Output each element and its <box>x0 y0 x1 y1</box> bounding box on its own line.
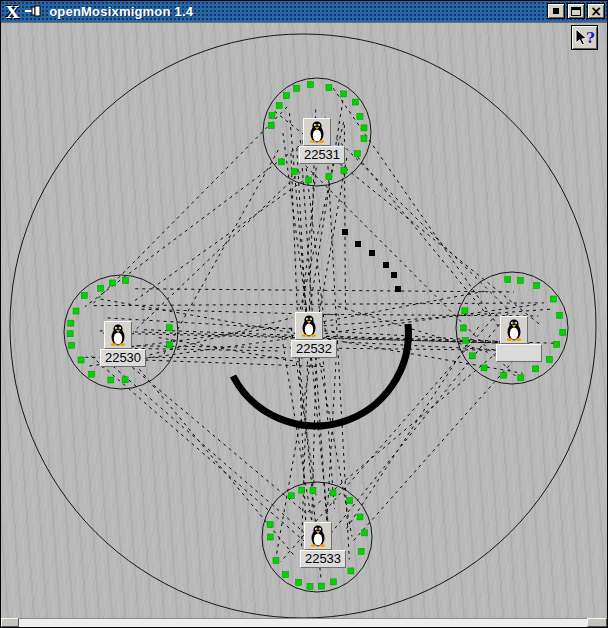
process-dot[interactable] <box>122 377 128 383</box>
process-dot[interactable] <box>501 372 507 378</box>
process-dot[interactable] <box>560 329 566 335</box>
tux-icon <box>308 525 328 547</box>
titlebar[interactable]: X openMosixmigmon 1.4 × <box>1 1 607 22</box>
node-22530-icon[interactable] <box>104 321 132 349</box>
process-dot[interactable] <box>533 366 539 372</box>
close-button[interactable]: × <box>587 3 605 19</box>
node-22531-label[interactable]: 22531 <box>299 146 345 164</box>
process-dot[interactable] <box>81 292 87 298</box>
process-dot[interactable] <box>282 572 288 578</box>
process-dot[interactable] <box>88 371 94 377</box>
process-dot[interactable] <box>273 558 279 564</box>
process-dot[interactable] <box>341 167 347 173</box>
connection-line <box>336 138 509 310</box>
process-dot[interactable] <box>330 579 336 585</box>
minimize-button[interactable] <box>547 3 565 19</box>
process-dot[interactable] <box>307 583 313 589</box>
connection-line <box>113 366 319 545</box>
process-dot[interactable] <box>299 487 305 493</box>
process-dot[interactable] <box>288 493 294 499</box>
process-dot[interactable] <box>310 488 316 494</box>
node-right-label[interactable] <box>496 344 542 362</box>
process-dot[interactable] <box>267 521 273 527</box>
process-dot[interactable] <box>307 82 313 88</box>
process-dot[interactable] <box>518 375 524 381</box>
process-dot[interactable] <box>362 530 368 536</box>
process-dot[interactable] <box>108 377 114 383</box>
process-dot[interactable] <box>357 113 363 119</box>
whats-this-button[interactable]: ? <box>571 25 598 50</box>
process-dot[interactable] <box>267 534 273 540</box>
connection-line <box>323 291 486 322</box>
process-dot[interactable] <box>278 159 284 165</box>
process-dot[interactable] <box>284 93 290 99</box>
migration-square <box>383 262 389 268</box>
process-dot[interactable] <box>326 85 332 91</box>
tux-icon <box>504 319 524 341</box>
maximize-button[interactable] <box>567 3 585 19</box>
process-dot[interactable] <box>517 277 523 283</box>
process-dot[interactable] <box>481 365 487 371</box>
process-dot[interactable] <box>166 325 172 331</box>
process-dot[interactable] <box>341 91 347 97</box>
node-22531-icon[interactable] <box>303 118 331 146</box>
process-dot[interactable] <box>294 85 300 91</box>
process-dot[interactable] <box>348 568 354 574</box>
pushpin-icon <box>25 3 41 21</box>
process-dot[interactable] <box>354 151 360 157</box>
process-dot[interactable] <box>98 285 104 291</box>
node-22533-icon[interactable] <box>304 522 332 550</box>
x11-logo-icon: X <box>6 3 19 21</box>
process-dot[interactable] <box>460 325 466 331</box>
question-mark-icon: ? <box>586 29 595 47</box>
node-22532-icon[interactable] <box>295 312 323 340</box>
process-dot[interactable] <box>554 341 560 347</box>
process-dot[interactable] <box>505 276 511 282</box>
connection-line <box>135 173 314 301</box>
process-dot[interactable] <box>347 498 353 504</box>
process-dot[interactable] <box>550 296 556 302</box>
process-dot[interactable] <box>291 169 297 175</box>
process-dot[interactable] <box>78 357 84 363</box>
process-dot[interactable] <box>546 356 552 362</box>
process-dot[interactable] <box>361 136 367 142</box>
connection-line <box>91 356 309 545</box>
process-dot[interactable] <box>534 282 540 288</box>
process-dot[interactable] <box>361 125 367 131</box>
process-dot[interactable] <box>330 490 336 496</box>
process-dot[interactable] <box>69 342 75 348</box>
process-dot[interactable] <box>358 548 364 554</box>
migration-square <box>342 229 348 235</box>
node-22530-label[interactable]: 22530 <box>100 349 146 367</box>
process-dot[interactable] <box>463 337 469 343</box>
process-dot[interactable] <box>67 331 73 337</box>
process-dot[interactable] <box>269 113 275 119</box>
process-dot[interactable] <box>357 514 363 520</box>
process-dot[interactable] <box>326 174 332 180</box>
scrollbar-right-grip[interactable] <box>587 618 607 627</box>
process-dot[interactable] <box>166 342 172 348</box>
scrollbar-track[interactable] <box>19 618 587 627</box>
process-dot[interactable] <box>68 320 74 326</box>
window-title: openMosixmigmon 1.4 <box>49 4 193 19</box>
process-dot[interactable] <box>557 312 563 318</box>
process-dot[interactable] <box>318 583 324 589</box>
process-dot[interactable] <box>469 353 475 359</box>
node-22532-label[interactable]: 22532 <box>291 340 337 358</box>
process-dot[interactable] <box>296 579 302 585</box>
process-dot[interactable] <box>352 99 358 105</box>
migration-canvas: 22531225302253222533 <box>1 22 607 618</box>
scrollbar-left-grip[interactable] <box>1 618 19 627</box>
node-right-icon[interactable] <box>500 316 528 344</box>
migration-square <box>355 241 361 247</box>
process-dot[interactable] <box>73 308 79 314</box>
connection-line <box>159 338 303 363</box>
connection-line <box>303 140 326 334</box>
process-dot[interactable] <box>306 177 312 183</box>
process-dot[interactable] <box>268 123 274 129</box>
process-dot[interactable] <box>276 103 282 109</box>
node-22533-label[interactable]: 22533 <box>300 550 346 568</box>
process-dot[interactable] <box>462 308 468 314</box>
process-dot[interactable] <box>109 280 115 286</box>
process-dot[interactable] <box>123 278 129 284</box>
